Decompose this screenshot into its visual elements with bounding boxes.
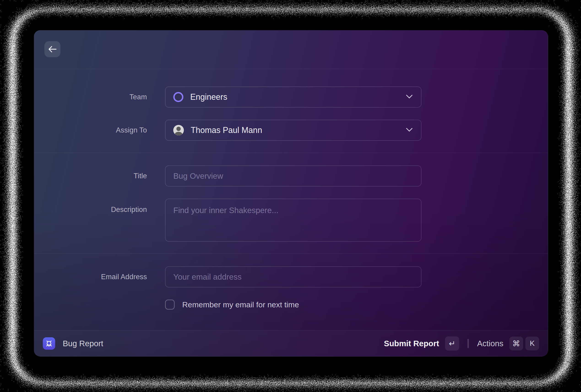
form-content: Team Engineers Assign To bbox=[34, 69, 548, 330]
window-header bbox=[34, 30, 548, 69]
k-key-icon: K bbox=[525, 337, 539, 350]
section-assignment: Team Engineers Assign To bbox=[34, 69, 548, 153]
assign-to-dropdown[interactable]: Thomas Paul Mann bbox=[165, 120, 422, 141]
cmd-key-icon: ⌘ bbox=[509, 337, 523, 350]
email-input[interactable] bbox=[165, 266, 422, 287]
email-row: Email Address bbox=[34, 266, 548, 287]
window-footer: Bug Report Submit Report ↵ Actions ⌘ K bbox=[34, 330, 548, 356]
enter-key-icon: ↵ bbox=[445, 336, 459, 351]
arrow-left-icon bbox=[48, 46, 57, 53]
section-email: Email Address Remember my email for next… bbox=[34, 254, 548, 330]
description-textarea[interactable] bbox=[165, 199, 422, 242]
team-value: Engineers bbox=[190, 92, 227, 102]
assignee-avatar bbox=[173, 125, 184, 135]
submit-report-button[interactable]: Submit Report bbox=[384, 339, 439, 348]
title-row: Title bbox=[34, 165, 548, 186]
chevron-down-icon bbox=[406, 94, 413, 99]
bug-report-window: Team Engineers Assign To bbox=[34, 30, 548, 357]
assign-to-label: Assign To bbox=[34, 120, 147, 141]
description-label: Description bbox=[34, 199, 147, 242]
remember-email-row: Remember my email for next time bbox=[165, 300, 548, 310]
title-label: Title bbox=[34, 165, 147, 186]
email-label: Email Address bbox=[34, 266, 147, 287]
assignee-name: Thomas Paul Mann bbox=[191, 125, 262, 135]
team-dropdown[interactable]: Engineers bbox=[165, 86, 422, 107]
bug-icon bbox=[43, 337, 55, 350]
back-button[interactable] bbox=[44, 41, 60, 57]
team-circle-icon bbox=[173, 92, 183, 102]
title-input[interactable] bbox=[165, 165, 422, 186]
chevron-down-icon bbox=[406, 128, 413, 133]
remember-email-label: Remember my email for next time bbox=[182, 300, 299, 309]
footer-divider bbox=[468, 339, 469, 348]
command-name: Bug Report bbox=[63, 339, 103, 348]
description-row: Description bbox=[34, 199, 548, 242]
team-label: Team bbox=[34, 86, 147, 107]
team-row: Team Engineers bbox=[34, 86, 548, 107]
remember-email-checkbox[interactable] bbox=[165, 300, 175, 310]
section-details: Title Description bbox=[34, 153, 548, 254]
actions-button[interactable]: Actions bbox=[477, 339, 504, 348]
assign-to-row: Assign To Thomas Paul Mann bbox=[34, 120, 548, 141]
